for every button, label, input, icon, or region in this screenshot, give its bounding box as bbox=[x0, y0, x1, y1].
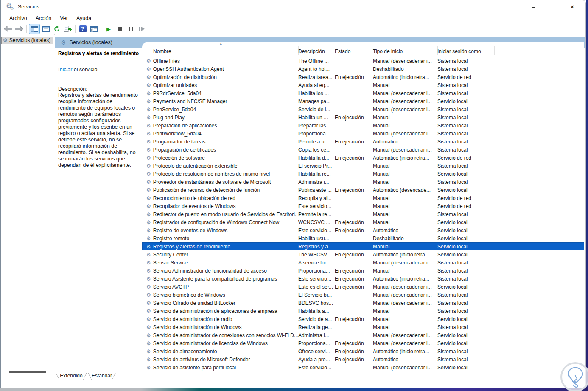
stop-service-icon[interactable] bbox=[115, 24, 125, 34]
cell-logon: Sistema local bbox=[437, 292, 494, 298]
service-row-selected[interactable]: ⚙Registros y alertas de rendimientoRegis… bbox=[142, 242, 584, 250]
service-name: Preparación de aplicaciones bbox=[153, 123, 217, 129]
start-service-link[interactable]: Iniciar bbox=[58, 67, 72, 73]
column-header-0[interactable]: Nombre bbox=[153, 48, 171, 54]
cell-tipo: Automático (inicio retra... bbox=[373, 349, 437, 354]
service-row[interactable]: ⚙Propagación de certificadosCopia los ce… bbox=[142, 146, 584, 154]
cell-tipo: Manual bbox=[373, 179, 437, 185]
status-bar bbox=[1, 381, 585, 388]
title-bar: ⚙⚙ Servicios – ✕ bbox=[1, 0, 585, 13]
service-row[interactable]: ⚙Servicio de asistente para perfil local… bbox=[142, 363, 584, 371]
service-row[interactable]: ⚙Sensor ServiceA service for...Manual (d… bbox=[142, 259, 584, 267]
service-gear-icon: ⚙ bbox=[146, 301, 151, 306]
cell-desc: Recopila y al... bbox=[298, 195, 335, 201]
help-icon[interactable]: ? bbox=[78, 24, 88, 34]
service-row[interactable]: ⚙PenService_5da04Servicio de l...Manual … bbox=[142, 105, 584, 113]
service-row[interactable]: ⚙PrintWorkflow_5da04Proporciona...Manual… bbox=[142, 129, 584, 138]
service-row[interactable]: ⚙Proveedor de instantáneas de software d… bbox=[142, 178, 584, 186]
service-row[interactable]: ⚙Servicio de administración de aplicacio… bbox=[142, 307, 584, 315]
cell-tipo: Manual bbox=[373, 244, 437, 250]
service-row[interactable]: ⚙Servicio de administración de radioServ… bbox=[142, 315, 584, 323]
tab-estandar[interactable]: Estándar bbox=[88, 373, 116, 380]
cell-name: ⚙Protocolo de resolución de nombres de m… bbox=[146, 171, 298, 177]
service-row[interactable]: ⚙Recopilador de eventos de WindowsEste s… bbox=[142, 202, 584, 210]
service-row[interactable]: ⚙Servicio de administración de WindowsRe… bbox=[142, 323, 584, 331]
service-name: Servicio Cifrado de unidad BitLocker bbox=[153, 300, 235, 306]
pause-service-icon[interactable] bbox=[126, 24, 136, 34]
forward-icon[interactable] bbox=[14, 24, 24, 34]
toolbar: ?▶ bbox=[1, 23, 585, 35]
show-console-tree-icon[interactable] bbox=[29, 24, 40, 34]
properties-icon[interactable] bbox=[41, 24, 51, 34]
service-row[interactable]: ⚙Offline FilesThe Offline ...Manual (des… bbox=[142, 57, 584, 65]
service-row[interactable]: ⚙Servicio biométrico de WindowsEl Servic… bbox=[142, 291, 584, 299]
tree-item-servicios-locales[interactable]: ⚙ Servicios (locales) bbox=[1, 37, 53, 44]
service-row[interactable]: ⚙Registro remotoHabilita usu...Deshabili… bbox=[142, 234, 584, 242]
toolbar-separator bbox=[26, 25, 27, 33]
service-row[interactable]: ⚙Servicio de administrador de conexiones… bbox=[142, 331, 584, 339]
service-row[interactable]: ⚙Reconocimiento de ubicación de redRecop… bbox=[142, 194, 584, 202]
cell-name: ⚙Registro de eventos de Windows bbox=[146, 228, 298, 233]
service-gear-icon: ⚙ bbox=[146, 91, 151, 96]
service-row[interactable]: ⚙Servicio de almacenamientoOfrece servi.… bbox=[142, 347, 584, 355]
start-service-icon[interactable]: ▶ bbox=[104, 24, 114, 34]
menu-ayuda[interactable]: Ayuda bbox=[72, 14, 95, 23]
service-row[interactable]: ⚙Servicio Administrador de funcionalidad… bbox=[142, 267, 584, 275]
service-name: Reconocimiento de ubicación de red bbox=[153, 195, 235, 201]
restart-service-icon[interactable] bbox=[137, 24, 147, 34]
maximize-button[interactable] bbox=[543, 0, 563, 13]
service-row[interactable]: ⚙Payments and NFC/SE ManagerManages pa..… bbox=[142, 97, 584, 105]
tab-label: Extendido bbox=[56, 373, 87, 380]
service-row[interactable]: ⚙Protocolo de resolución de nombres de m… bbox=[142, 170, 584, 178]
service-row[interactable]: ⚙Protección de softwareHabilita la d...E… bbox=[142, 154, 584, 162]
close-button[interactable]: ✕ bbox=[563, 0, 582, 13]
column-separator[interactable] bbox=[494, 46, 495, 55]
service-row[interactable]: ⚙Security CenterThe WSCSV...En ejecución… bbox=[142, 250, 584, 259]
service-row[interactable]: ⚙OpenSSH Authentication AgentAgent to ho… bbox=[142, 65, 584, 73]
service-row[interactable]: ⚙Programador de tareasPermite a u...En e… bbox=[142, 138, 584, 146]
cell-logon: Servicio de red bbox=[437, 74, 494, 80]
service-row[interactable]: ⚙Redirector de puerto en modo usuario de… bbox=[142, 210, 584, 218]
service-row[interactable]: ⚙Protocolo de autenticación extensibleEl… bbox=[142, 162, 584, 170]
service-row[interactable]: ⚙Registrador de configuración de Windows… bbox=[142, 218, 584, 226]
cell-estado: En ejecución bbox=[335, 268, 373, 274]
column-header-2[interactable]: Estado bbox=[335, 48, 350, 54]
column-header-3[interactable]: Tipo de inicio bbox=[373, 48, 403, 54]
service-row[interactable]: ⚙Preparación de aplicacionesPreparar las… bbox=[142, 121, 584, 129]
menu-accion[interactable]: Acción bbox=[31, 14, 56, 23]
service-name: Servicio de antivirus de Microsoft Defen… bbox=[153, 357, 250, 363]
tab-extendido[interactable]: Extendido bbox=[56, 373, 87, 380]
extended-view-icon[interactable] bbox=[89, 24, 99, 34]
minimize-button[interactable]: – bbox=[524, 0, 543, 13]
service-gear-icon: ⚙ bbox=[146, 365, 151, 370]
cell-logon: Servicio de red bbox=[437, 203, 494, 209]
cell-desc: Este servicio... bbox=[298, 365, 335, 371]
refresh-icon[interactable] bbox=[52, 24, 62, 34]
cell-name: ⚙PenService_5da04 bbox=[146, 107, 298, 113]
service-row[interactable]: ⚙P9RdrService_5da04Habilita los ...Manua… bbox=[142, 89, 584, 97]
cell-desc: Administra i... bbox=[298, 179, 335, 185]
service-row[interactable]: ⚙Publicación de recurso de detección de … bbox=[142, 186, 584, 194]
column-header-1[interactable]: Descripción bbox=[298, 48, 325, 54]
service-row[interactable]: ⚙Servicio de antivirus de Microsoft Defe… bbox=[142, 355, 584, 363]
cell-tipo: Manual bbox=[373, 195, 437, 201]
service-row[interactable]: ⚙Optimización de distribuciónRealiza tar… bbox=[142, 73, 584, 81]
service-row[interactable]: ⚙Servicio AVCTPEste es el ser...En ejecu… bbox=[142, 283, 584, 291]
export-list-icon[interactable] bbox=[63, 24, 73, 34]
column-header-4[interactable]: Iniciar sesión como bbox=[437, 48, 481, 54]
service-row[interactable]: ⚙Servicio Cifrado de unidad BitLockerBDE… bbox=[142, 299, 584, 307]
service-row[interactable]: ⚙Servicio Asistente para la compatibilid… bbox=[142, 275, 584, 283]
cell-desc: Registros y a... bbox=[298, 244, 335, 250]
menu-ver[interactable]: Ver bbox=[56, 14, 72, 23]
service-row[interactable]: ⚙Servicio de administrador de licencias … bbox=[142, 339, 584, 347]
service-row[interactable]: ⚙Optimizar unidadesAyuda al eq...ManualS… bbox=[142, 81, 584, 89]
menu-archivo[interactable]: Archivo bbox=[5, 14, 31, 23]
cell-name: ⚙Servicio AVCTP bbox=[146, 284, 298, 290]
service-row[interactable]: ⚙Plug and PlayHabilita un ...En ejecució… bbox=[142, 113, 584, 121]
service-gear-icon: ⚙ bbox=[146, 188, 151, 193]
details-pane: ⚙ Servicios (locales) Registros y alerta… bbox=[55, 34, 585, 381]
horizontal-scrollbar-thumb[interactable] bbox=[9, 371, 46, 373]
service-row[interactable]: ⚙Registro de eventos de WindowsEste serv… bbox=[142, 226, 584, 234]
back-icon[interactable] bbox=[3, 24, 13, 34]
cell-desc: BDESVC hos... bbox=[298, 300, 335, 306]
